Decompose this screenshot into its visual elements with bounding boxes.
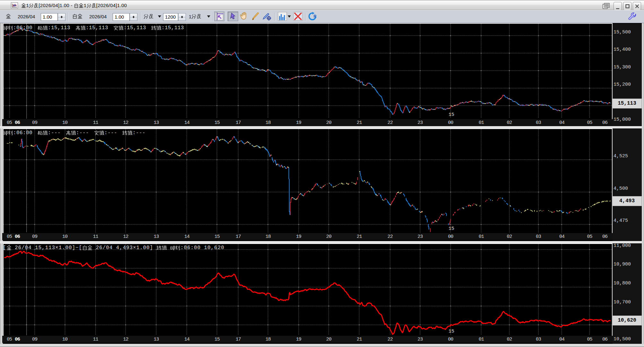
svg-text:R: R (314, 14, 317, 19)
